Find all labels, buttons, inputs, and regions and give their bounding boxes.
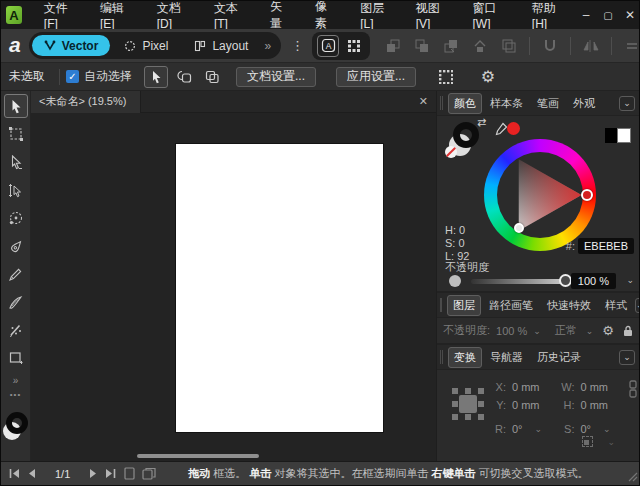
arrange-to-back-icon[interactable] <box>384 37 402 55</box>
tab-close-icon[interactable]: ✕ <box>411 95 436 108</box>
color-panel-collapse-button[interactable]: ⌄ <box>619 96 635 111</box>
app-settings-button[interactable]: 应用设置... <box>336 67 416 87</box>
document-page[interactable] <box>176 144 383 432</box>
next-page-button[interactable] <box>86 466 101 482</box>
pencil-tool-button[interactable] <box>4 262 28 286</box>
minimize-button[interactable]: – <box>575 4 597 26</box>
character-badge-button[interactable]: A <box>317 35 339 57</box>
stroke-color-well[interactable] <box>6 412 28 434</box>
tab-layers[interactable]: 图层 <box>447 295 481 316</box>
document-tab[interactable]: <未命名> (19.5%) <box>31 91 141 113</box>
swap-colors-icon[interactable]: ⇄ <box>477 116 486 129</box>
w-field-value[interactable]: 0 mm <box>581 381 609 393</box>
kebab-dots-icon[interactable]: ⋮ <box>291 38 304 53</box>
pixel-persona-button[interactable]: Pixel <box>112 35 180 56</box>
tab-appearance[interactable]: 外观 <box>567 93 601 114</box>
grid-toggle-button[interactable] <box>343 35 365 57</box>
panel-drag-grip[interactable] <box>440 96 443 110</box>
node-tool-button[interactable] <box>4 150 28 174</box>
tab-color[interactable]: 颜色 <box>448 93 482 114</box>
vector-brush-tool-button[interactable] <box>4 290 28 314</box>
tools-overflow-chevron-icon[interactable]: » <box>13 376 19 386</box>
chevron-down-icon[interactable]: ⌄ <box>533 326 541 336</box>
anchor-point-selector[interactable] <box>451 387 485 421</box>
color-wheel[interactable] <box>484 139 596 251</box>
tab-stroke[interactable]: 笔画 <box>531 93 565 114</box>
tool-color-wells[interactable] <box>3 412 29 442</box>
select-shapes-button[interactable] <box>172 66 196 88</box>
contour-tool-button[interactable] <box>4 178 28 202</box>
black-white-swatch-toggle[interactable] <box>605 128 631 143</box>
blend-mode-select[interactable]: 正常 <box>555 323 577 338</box>
layer-opacity-value[interactable]: 100 % <box>496 325 527 337</box>
paint-brush-tool-icon <box>8 323 23 338</box>
opacity-slider-track[interactable] <box>471 279 567 284</box>
arrange-forward-icon[interactable] <box>442 37 460 55</box>
chevron-down-icon[interactable]: ⌄ <box>586 326 594 336</box>
panel-drag-grip[interactable] <box>440 298 442 312</box>
single-page-icon[interactable] <box>124 467 135 480</box>
hex-input[interactable]: EBEBEB <box>578 238 634 254</box>
last-page-button[interactable] <box>103 466 118 482</box>
artboard-tool-button[interactable] <box>4 122 28 146</box>
persona-overflow-chevron-icon[interactable]: » <box>262 39 273 53</box>
flip-icon[interactable] <box>582 37 600 55</box>
transform-mode-icon[interactable] <box>623 37 640 55</box>
opacity-value-field[interactable]: 100 % <box>571 273 616 289</box>
opacity-swatch[interactable] <box>449 275 461 287</box>
grid-options-button[interactable] <box>434 66 458 88</box>
s-field-value[interactable]: 0° <box>581 423 592 435</box>
h-field-value[interactable]: 0 mm <box>581 399 609 411</box>
tools-more-icon[interactable]: ••• <box>10 390 21 400</box>
arrange-to-front-icon[interactable] <box>471 37 489 55</box>
cursor-mode-button[interactable] <box>144 66 168 88</box>
tab-fx[interactable]: 快速特效 <box>541 295 597 316</box>
auto-select-checkbox[interactable]: ✓ <box>66 70 79 83</box>
facing-pages-icon[interactable] <box>142 467 156 480</box>
horizontal-scrollbar[interactable] <box>137 454 259 458</box>
previous-page-button[interactable] <box>24 466 39 482</box>
transform-panel-collapse-button[interactable]: ⌄ <box>619 350 635 365</box>
sampled-color-chip[interactable] <box>507 122 520 135</box>
tab-history[interactable]: 历史记录 <box>531 347 587 368</box>
transform-origin-control[interactable]: ⌄ <box>582 436 615 447</box>
layout-persona-button[interactable]: Layout <box>182 35 260 56</box>
triangle-selector-handle[interactable] <box>514 223 524 233</box>
document-settings-button[interactable]: 文档设置... <box>236 67 316 87</box>
page-view-icons <box>124 467 156 480</box>
tab-swatches[interactable]: 样本条 <box>484 93 529 114</box>
select-copies-button[interactable] <box>200 66 224 88</box>
eyedropper-icon[interactable] <box>494 122 508 139</box>
duplicate-icon[interactable] <box>500 37 518 55</box>
aspect-link-icon[interactable] <box>627 380 639 398</box>
vector-persona-button[interactable]: Vector <box>32 35 111 56</box>
tab-vector-brushes[interactable]: 路径画笔 <box>483 295 539 316</box>
tab-navigator[interactable]: 导航器 <box>484 347 529 368</box>
paint-brush-tool-button[interactable] <box>4 318 28 342</box>
window-resize-grip[interactable] <box>628 472 638 482</box>
tab-styles[interactable]: 样式 <box>599 295 633 316</box>
r-field-value[interactable]: 0° <box>512 423 523 435</box>
close-button[interactable]: ✕ <box>619 4 640 26</box>
panel-drag-grip[interactable] <box>440 350 443 364</box>
move-tool-button[interactable] <box>4 94 28 118</box>
corner-tool-button[interactable] <box>4 206 28 230</box>
stroke-color-circle[interactable] <box>453 122 479 148</box>
arrange-backward-icon[interactable] <box>413 37 431 55</box>
maximize-button[interactable]: ▢ <box>597 4 619 26</box>
snapping-icon[interactable] <box>541 37 559 55</box>
document-tab-bar: <未命名> (19.5%) ✕ <box>31 91 436 113</box>
opacity-chevron-icon[interactable]: ⌄ <box>626 275 634 285</box>
layer-settings-gear-icon[interactable]: ⚙ <box>602 323 614 338</box>
hue-selector-handle[interactable] <box>581 189 593 201</box>
lock-icon[interactable] <box>623 325 633 337</box>
canvas-viewport[interactable] <box>31 113 436 461</box>
rectangle-tool-button[interactable] <box>4 346 28 370</box>
settings-gear-button[interactable]: ⚙ <box>476 66 500 88</box>
tab-transform[interactable]: 变换 <box>448 347 482 368</box>
pen-tool-button[interactable] <box>4 234 28 258</box>
layers-panel-collapse-button[interactable]: ⌄ <box>635 298 640 313</box>
first-page-button[interactable] <box>7 466 22 482</box>
y-field-value[interactable]: 0 mm <box>512 399 540 411</box>
x-field-value[interactable]: 0 mm <box>512 381 540 393</box>
